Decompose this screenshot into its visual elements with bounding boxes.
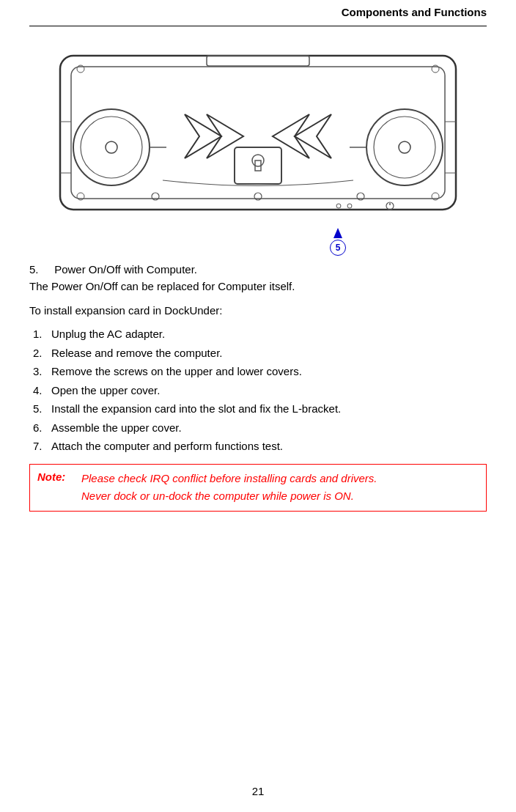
step-text-5: Install the expansion card into the slot… [51, 401, 341, 418]
step-number-7: 7. [29, 438, 51, 455]
svg-point-2 [73, 109, 150, 185]
section5-number: 5. [29, 263, 51, 276]
svg-point-5 [366, 109, 443, 185]
page-header: Components and Functions [29, 0, 487, 26]
note-box: Note: Please check IRQ conflict before i… [29, 464, 487, 512]
section5: 5. Power On/Off with Computer. The Power… [29, 263, 487, 295]
step-number-4: 4. [29, 383, 51, 399]
label-circle: 5 [330, 240, 346, 256]
svg-rect-0 [60, 56, 456, 210]
svg-marker-8 [185, 114, 221, 158]
diagram-container: 5 [29, 34, 487, 248]
step-text-3: Remove the screws on the upper and lower… [51, 363, 302, 380]
step-number-2: 2. [29, 345, 51, 362]
note-line1: Note: Please check IRQ conflict before i… [37, 470, 479, 487]
svg-point-7 [399, 141, 410, 153]
step-number-3: 3. [29, 363, 51, 380]
step-number-6: 6. [29, 420, 51, 437]
svg-rect-15 [207, 56, 309, 66]
svg-marker-10 [295, 114, 331, 158]
svg-point-20 [347, 204, 352, 208]
list-item: 3. Remove the screws on the upper and lo… [29, 363, 487, 380]
step-text-2: Release and remove the computer. [51, 345, 222, 362]
section5-description: The Power On/Off can be replaced for Com… [29, 278, 487, 295]
list-item: 2. Release and remove the computer. [29, 345, 487, 362]
diagram-label-5: 5 [330, 228, 346, 256]
list-item: 4. Open the upper cover. [29, 383, 487, 399]
svg-point-6 [374, 117, 435, 178]
svg-point-4 [106, 141, 117, 153]
section5-title: Power On/Off with Computer. [54, 263, 197, 276]
arrow-up-icon [333, 228, 342, 238]
list-item: 5. Install the expansion card into the s… [29, 401, 487, 418]
step-text-4: Open the upper cover. [51, 383, 160, 399]
list-item: 6. Assemble the upper cover. [29, 420, 487, 437]
svg-marker-9 [207, 114, 243, 158]
note-text-line1: Please check IRQ conflict before install… [81, 470, 377, 487]
install-steps-list: 1. Unplug the AC adapter. 2. Release and… [29, 326, 487, 455]
note-label: Note: [37, 470, 81, 483]
step-number-1: 1. [29, 326, 51, 343]
note-text-line2: Never dock or un-dock the computer while… [37, 488, 479, 505]
step-text-6: Assemble the upper cover. [51, 420, 182, 437]
step-number-5: 5. [29, 401, 51, 418]
page-number: 21 [0, 785, 516, 797]
header-title: Components and Functions [342, 6, 487, 18]
step-text-1: Unplug the AC adapter. [51, 326, 165, 343]
install-intro: To install expansion card in DockUnder: [29, 303, 487, 320]
svg-rect-12 [235, 147, 281, 184]
list-item: 1. Unplug the AC adapter. [29, 326, 487, 343]
section5-heading: 5. Power On/Off with Computer. [29, 263, 487, 276]
diagram-svg: 5 [45, 34, 471, 248]
svg-marker-11 [273, 114, 309, 158]
step-text-7: Attach the computer and perform function… [51, 438, 283, 455]
page-container: Components and Functions [0, 0, 516, 812]
list-item: 7. Attach the computer and perform funct… [29, 438, 487, 455]
svg-rect-1 [71, 67, 445, 199]
svg-point-19 [336, 204, 341, 208]
svg-point-3 [81, 117, 142, 178]
